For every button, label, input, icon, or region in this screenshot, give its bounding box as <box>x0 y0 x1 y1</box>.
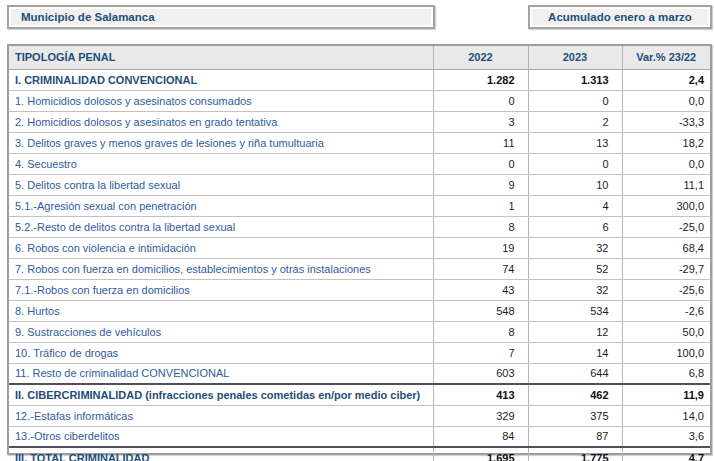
value-var-pct: 11,1 <box>622 174 710 195</box>
value-2022: 603 <box>433 363 528 384</box>
value-var-pct: -25,6 <box>622 279 710 300</box>
value-2023: 6 <box>528 216 622 237</box>
value-var-pct: 0,0 <box>622 153 710 174</box>
table-row: 8. Hurtos548534-2,6 <box>9 300 710 321</box>
table-row: 6. Robos con violencia e intimidación193… <box>9 237 710 258</box>
value-2022: 1.282 <box>433 69 528 90</box>
table-row: 3. Delitos graves y menos graves de lesi… <box>9 132 710 153</box>
crime-statistics-table: TIPOLOGÍA PENAL 2022 2023 Var.% 23/22 I.… <box>9 46 710 461</box>
value-var-pct: 18,2 <box>622 132 710 153</box>
row-label: I. CRIMINALIDAD CONVENCIONAL <box>9 69 433 90</box>
value-2022: 8 <box>433 321 528 342</box>
value-var-pct: 50,0 <box>622 321 710 342</box>
row-label: 9. Sustracciones de vehículos <box>9 321 433 342</box>
value-2022: 329 <box>433 405 528 426</box>
table-row: 4. Secuestro000,0 <box>9 153 710 174</box>
value-2022: 11 <box>433 132 528 153</box>
value-2022: 548 <box>433 300 528 321</box>
value-2023: 12 <box>528 321 622 342</box>
value-2023: 0 <box>528 153 622 174</box>
row-label: 4. Secuestro <box>9 153 433 174</box>
row-label: 3. Delitos graves y menos graves de lesi… <box>9 132 433 153</box>
value-2023: 1.313 <box>528 69 622 90</box>
value-2023: 0 <box>528 90 622 111</box>
value-2023: 375 <box>528 405 622 426</box>
row-label: 10. Tráfico de drogas <box>9 342 433 363</box>
period-title: Acumulado enero a marzo <box>548 11 692 23</box>
value-2022: 19 <box>433 237 528 258</box>
table-row: 7.1.-Robos con fuerza en domicilios4332-… <box>9 279 710 300</box>
value-var-pct: 14,0 <box>622 405 710 426</box>
value-2023: 462 <box>528 384 622 405</box>
period-title-box: Acumulado enero a marzo <box>528 5 712 29</box>
table-row: 5.1.-Agresión sexual con penetración1430… <box>9 195 710 216</box>
value-2022: 3 <box>433 111 528 132</box>
row-label: 6. Robos con violencia e intimidación <box>9 237 433 258</box>
value-var-pct: -25,0 <box>622 216 710 237</box>
value-2023: 4 <box>528 195 622 216</box>
value-2023: 87 <box>528 426 622 447</box>
value-2022: 74 <box>433 258 528 279</box>
table-row: 9. Sustracciones de vehículos81250,0 <box>9 321 710 342</box>
table-row: 5.2.-Resto de delitos contra la libertad… <box>9 216 710 237</box>
value-2023: 13 <box>528 132 622 153</box>
value-var-pct: 0,0 <box>622 90 710 111</box>
value-var-pct: 3,6 <box>622 426 710 447</box>
row-label: II. CIBERCRIMINALIDAD (infracciones pena… <box>9 384 433 405</box>
municipality-title-box: Municipio de Salamanca <box>7 5 435 29</box>
table-header: TIPOLOGÍA PENAL 2022 2023 Var.% 23/22 <box>9 46 710 69</box>
table-row: II. CIBERCRIMINALIDAD (infracciones pena… <box>9 384 710 405</box>
value-2023: 534 <box>528 300 622 321</box>
value-2022: 84 <box>433 426 528 447</box>
value-2022: 0 <box>433 90 528 111</box>
value-2023: 14 <box>528 342 622 363</box>
municipality-title: Municipio de Salamanca <box>21 11 155 23</box>
row-label: 7. Robos con fuerza en domicilios, estab… <box>9 258 433 279</box>
row-label: 5. Delitos contra la libertad sexual <box>9 174 433 195</box>
table-row: 7. Robos con fuerza en domicilios, estab… <box>9 258 710 279</box>
value-var-pct: -29,7 <box>622 258 710 279</box>
table-row: 5. Delitos contra la libertad sexual9101… <box>9 174 710 195</box>
value-var-pct: 6,8 <box>622 363 710 384</box>
table-row: 10. Tráfico de drogas714100,0 <box>9 342 710 363</box>
column-header-var-pct: Var.% 23/22 <box>622 46 710 69</box>
row-label: III. TOTAL CRIMINALIDAD <box>9 447 433 461</box>
crime-statistics-table-frame: TIPOLOGÍA PENAL 2022 2023 Var.% 23/22 I.… <box>7 44 712 455</box>
value-var-pct: 11,9 <box>622 384 710 405</box>
row-label: 12.-Estafas informáticas <box>9 405 433 426</box>
value-2022: 413 <box>433 384 528 405</box>
value-2022: 1 <box>433 195 528 216</box>
value-2023: 32 <box>528 279 622 300</box>
table-row: 2. Homicidios dolosos y asesinatos en gr… <box>9 111 710 132</box>
row-label: 5.1.-Agresión sexual con penetración <box>9 195 433 216</box>
value-var-pct: -33,3 <box>622 111 710 132</box>
column-header-2022: 2022 <box>433 46 528 69</box>
value-2023: 1.775 <box>528 447 622 461</box>
value-2022: 9 <box>433 174 528 195</box>
row-label: 13.-Otros ciberdelitos <box>9 426 433 447</box>
value-2023: 2 <box>528 111 622 132</box>
table-row: I. CRIMINALIDAD CONVENCIONAL1.2821.3132,… <box>9 69 710 90</box>
value-2022: 1.695 <box>433 447 528 461</box>
row-label: 8. Hurtos <box>9 300 433 321</box>
table-row: 11. Resto de criminalidad CONVENCIONAL60… <box>9 363 710 384</box>
value-2022: 8 <box>433 216 528 237</box>
row-label: 7.1.-Robos con fuerza en domicilios <box>9 279 433 300</box>
column-header-tipologia-penal: TIPOLOGÍA PENAL <box>9 46 433 69</box>
value-var-pct: 300,0 <box>622 195 710 216</box>
value-var-pct: 2,4 <box>622 69 710 90</box>
row-label: 1. Homicidios dolosos y asesinatos consu… <box>9 90 433 111</box>
row-label: 2. Homicidios dolosos y asesinatos en gr… <box>9 111 433 132</box>
row-label: 5.2.-Resto de delitos contra la libertad… <box>9 216 433 237</box>
value-2023: 52 <box>528 258 622 279</box>
value-2022: 0 <box>433 153 528 174</box>
value-var-pct: 68,4 <box>622 237 710 258</box>
table-row: 13.-Otros ciberdelitos84873,6 <box>9 426 710 447</box>
value-2023: 32 <box>528 237 622 258</box>
value-var-pct: 100,0 <box>622 342 710 363</box>
table-body: I. CRIMINALIDAD CONVENCIONAL1.2821.3132,… <box>9 69 710 461</box>
value-var-pct: -2,6 <box>622 300 710 321</box>
value-2022: 43 <box>433 279 528 300</box>
value-var-pct: 4,7 <box>622 447 710 461</box>
value-2023: 10 <box>528 174 622 195</box>
